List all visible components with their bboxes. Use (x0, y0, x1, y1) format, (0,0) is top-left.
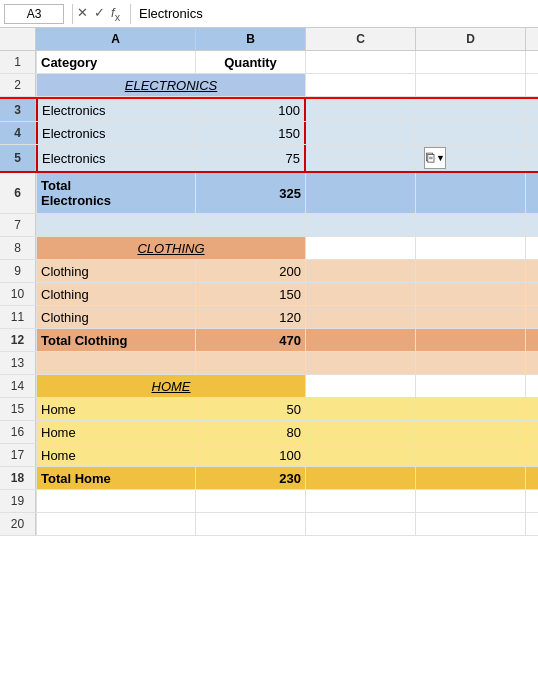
cell-b9[interactable]: 200 (196, 260, 306, 282)
paste-options-icon[interactable]: ▼ (424, 147, 446, 169)
cell-reference-box[interactable]: A3 (4, 4, 64, 24)
cell-b12[interactable]: 470 (196, 329, 306, 351)
cell-a17[interactable]: Home (36, 444, 196, 466)
cell-b10[interactable]: 150 (196, 283, 306, 305)
cell-a3[interactable]: Electronics (36, 99, 196, 121)
table-row: 14 HOME (0, 375, 538, 398)
cell-d1[interactable] (416, 51, 526, 73)
cell-d7[interactable] (416, 214, 526, 236)
cell-b13[interactable] (196, 352, 306, 374)
cell-d5[interactable]: ▼ (416, 145, 526, 171)
table-row: 15 Home 50 (0, 398, 538, 421)
cell-b15[interactable]: 50 (196, 398, 306, 420)
cell-a15[interactable]: Home (36, 398, 196, 420)
cell-c14[interactable] (306, 375, 416, 397)
col-header-a[interactable]: A (36, 28, 196, 50)
clothing-section-header: CLOTHING (36, 237, 306, 259)
cell-d8[interactable] (416, 237, 526, 259)
cell-b17[interactable]: 100 (196, 444, 306, 466)
cancel-icon[interactable]: ✕ (77, 5, 88, 23)
cell-c5[interactable] (306, 145, 416, 171)
table-row: 17 Home 100 (0, 444, 538, 467)
cell-c2[interactable] (306, 74, 416, 96)
function-icon[interactable]: fx (111, 5, 120, 23)
cell-a6[interactable]: Total Electronics (36, 173, 196, 213)
spreadsheet: A B C D 1 Category Quantity 2 ELECTRONIC… (0, 28, 538, 536)
cell-c15[interactable] (306, 398, 416, 420)
cell-d13[interactable] (416, 352, 526, 374)
formula-input[interactable]: Electronics (135, 4, 534, 23)
cell-c20[interactable] (306, 513, 416, 535)
col-header-c[interactable]: C (306, 28, 416, 50)
cell-c18[interactable] (306, 467, 416, 489)
row-number: 15 (0, 398, 36, 420)
cell-c11[interactable] (306, 306, 416, 328)
cell-a9[interactable]: Clothing (36, 260, 196, 282)
cell-d11[interactable] (416, 306, 526, 328)
cell-c9[interactable] (306, 260, 416, 282)
cell-d6[interactable] (416, 173, 526, 213)
cell-c1[interactable] (306, 51, 416, 73)
cell-a19[interactable] (36, 490, 196, 512)
row-number: 12 (0, 329, 36, 351)
cell-b5[interactable]: 75 (196, 145, 306, 171)
cell-b18[interactable]: 230 (196, 467, 306, 489)
cell-c17[interactable] (306, 444, 416, 466)
cell-c13[interactable] (306, 352, 416, 374)
cell-d9[interactable] (416, 260, 526, 282)
table-row: 2 ELECTRONICS (0, 74, 538, 97)
cell-d18[interactable] (416, 467, 526, 489)
cell-c10[interactable] (306, 283, 416, 305)
cell-a10[interactable]: Clothing (36, 283, 196, 305)
cell-b3[interactable]: 100 (196, 99, 306, 121)
cell-b11[interactable]: 120 (196, 306, 306, 328)
cell-d17[interactable] (416, 444, 526, 466)
row-number: 3 (0, 99, 36, 121)
cell-c6[interactable] (306, 173, 416, 213)
cell-d19[interactable] (416, 490, 526, 512)
cell-b1[interactable]: Quantity (196, 51, 306, 73)
cell-a7[interactable] (36, 214, 196, 236)
cell-a13[interactable] (36, 352, 196, 374)
electronics-section-header: ELECTRONICS (36, 74, 306, 96)
cell-a4[interactable]: Electronics (36, 122, 196, 144)
cell-c12[interactable] (306, 329, 416, 351)
cell-a1[interactable]: Category (36, 51, 196, 73)
cell-d15[interactable] (416, 398, 526, 420)
table-row: 20 (0, 513, 538, 536)
cell-d2[interactable] (416, 74, 526, 96)
cell-a11[interactable]: Clothing (36, 306, 196, 328)
cell-a20[interactable] (36, 513, 196, 535)
cell-b4[interactable]: 150 (196, 122, 306, 144)
cell-c8[interactable] (306, 237, 416, 259)
cell-d16[interactable] (416, 421, 526, 443)
cell-a12[interactable]: Total Clothing (36, 329, 196, 351)
cell-b20[interactable] (196, 513, 306, 535)
cell-a18[interactable]: Total Home (36, 467, 196, 489)
formula-divider2 (130, 4, 131, 24)
cell-d20[interactable] (416, 513, 526, 535)
cell-d14[interactable] (416, 375, 526, 397)
cell-c19[interactable] (306, 490, 416, 512)
col-header-b[interactable]: B (196, 28, 306, 50)
home-section-header: HOME (36, 375, 306, 397)
cell-b16[interactable]: 80 (196, 421, 306, 443)
cell-c3[interactable] (306, 99, 416, 121)
cell-c16[interactable] (306, 421, 416, 443)
confirm-icon[interactable]: ✓ (94, 5, 105, 23)
cell-d12[interactable] (416, 329, 526, 351)
cell-c4[interactable] (306, 122, 416, 144)
cell-c7[interactable] (306, 214, 416, 236)
col-header-d[interactable]: D (416, 28, 526, 50)
table-row: 18 Total Home 230 (0, 467, 538, 490)
cell-b7[interactable] (196, 214, 306, 236)
cell-d10[interactable] (416, 283, 526, 305)
cell-a16[interactable]: Home (36, 421, 196, 443)
cell-b19[interactable] (196, 490, 306, 512)
row-number: 6 (0, 173, 36, 213)
cell-b6[interactable]: 325 (196, 173, 306, 213)
row-number: 2 (0, 74, 36, 96)
cell-a5[interactable]: Electronics (36, 145, 196, 171)
cell-d3[interactable] (416, 99, 526, 121)
cell-d4[interactable] (416, 122, 526, 144)
